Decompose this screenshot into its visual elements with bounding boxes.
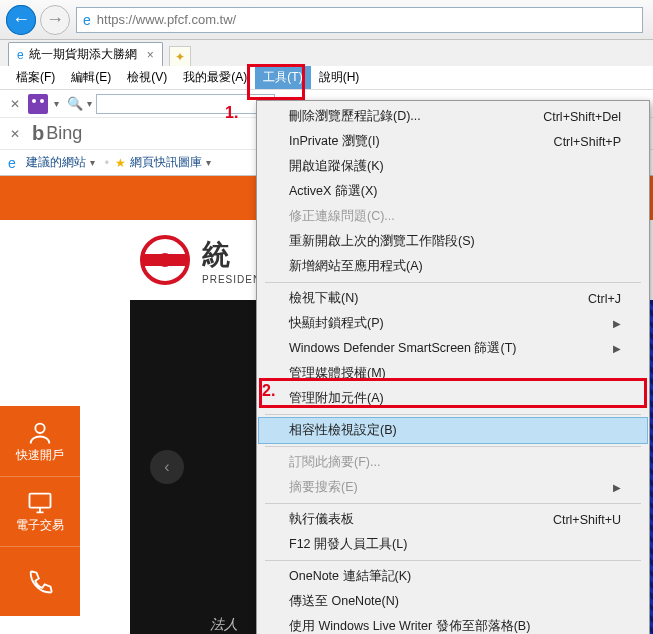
- tab-bar: e 統一期貨期添大勝網 × ✦: [0, 40, 653, 66]
- chevron-left-icon: ‹: [164, 458, 169, 476]
- annotation-1: 1.: [225, 104, 238, 122]
- dd-separator: [265, 414, 641, 415]
- assistant-dropdown-icon[interactable]: ▾: [54, 98, 59, 109]
- fav-link-gallery-label: 網頁快訊圖庫: [130, 154, 202, 171]
- menu-favorites[interactable]: 我的最愛(A): [175, 66, 255, 89]
- fav-link-suggested[interactable]: e 建議的網站 ▾: [8, 154, 99, 171]
- side-item-openacct[interactable]: 快速開戶: [0, 406, 80, 476]
- logo-text-small: PRESIDEN: [202, 274, 261, 285]
- dd-send-onenote[interactable]: 傳送至 OneNote(N): [259, 589, 647, 614]
- annotation-2: 2.: [262, 382, 275, 400]
- side-item-etrade[interactable]: 電子交易: [0, 476, 80, 546]
- dd-label: 檢視下載(N): [289, 290, 358, 307]
- close-toolbar-button[interactable]: ✕: [8, 97, 22, 111]
- dd-media-license[interactable]: 管理媒體授權(M): [259, 361, 647, 386]
- svg-rect-1: [30, 494, 51, 508]
- submenu-arrow-icon: ▶: [613, 482, 621, 493]
- tab-close-button[interactable]: ×: [147, 48, 154, 62]
- hero-caption: 法人: [210, 616, 238, 634]
- dd-view-downloads[interactable]: 檢視下載(N) Ctrl+J: [259, 286, 647, 311]
- phone-icon: [26, 568, 54, 596]
- menu-edit[interactable]: 編輯(E): [63, 66, 119, 89]
- dd-label: 管理附加元件(A): [289, 390, 384, 407]
- menu-file[interactable]: 檔案(F): [8, 66, 63, 89]
- star-icon: ★: [115, 156, 126, 170]
- forward-button[interactable]: →: [40, 5, 70, 35]
- dd-tracking[interactable]: 開啟追蹤保護(K): [259, 154, 647, 179]
- url-text: https://www.pfcf.com.tw/: [97, 12, 236, 27]
- tab-title: 統一期貨期添大勝網: [29, 46, 137, 63]
- dd-label: 相容性檢視設定(B): [289, 422, 397, 439]
- dd-shortcut: Ctrl+Shift+Del: [543, 110, 621, 124]
- monitor-icon: [26, 489, 54, 517]
- dd-shortcut: Ctrl+Shift+U: [553, 513, 621, 527]
- arrow-left-icon: ←: [12, 9, 30, 30]
- dd-feed-discovery: 摘要搜索(E) ▶: [259, 475, 647, 500]
- side-item-phone[interactable]: [0, 546, 80, 616]
- dd-label: OneNote 連結筆記(K): [289, 568, 411, 585]
- side-item-label: 快速開戶: [16, 447, 64, 464]
- new-tab-button[interactable]: ✦: [169, 46, 191, 66]
- dd-compat-view[interactable]: 相容性檢視設定(B): [259, 418, 647, 443]
- submenu-arrow-icon: ▶: [613, 343, 621, 354]
- dd-add-site-app[interactable]: 新增網站至應用程式(A): [259, 254, 647, 279]
- dd-manage-addons[interactable]: 管理附加元件(A): [259, 386, 647, 411]
- dd-shortcut: Ctrl+Shift+P: [554, 135, 621, 149]
- dd-onenote-link[interactable]: OneNote 連結筆記(K): [259, 564, 647, 589]
- nav-bar: ← → e https://www.pfcf.com.tw/: [0, 0, 653, 40]
- dropdown-icon: ▾: [90, 157, 95, 168]
- dd-separator: [265, 560, 641, 561]
- submenu-arrow-icon: ▶: [613, 318, 621, 329]
- search-input[interactable]: [96, 94, 275, 114]
- dd-live-writer[interactable]: 使用 Windows Live Writer 發佈至部落格(B): [259, 614, 647, 634]
- dd-label: 摘要搜索(E): [289, 479, 358, 496]
- dd-subscribe-feed: 訂閱此摘要(F)...: [259, 450, 647, 475]
- browser-tab[interactable]: e 統一期貨期添大勝網 ×: [8, 42, 163, 66]
- dd-label: Windows Defender SmartScreen 篩選(T): [289, 340, 516, 357]
- arrow-right-icon: →: [46, 9, 64, 30]
- dd-f12-devtools[interactable]: F12 開發人員工具(L): [259, 532, 647, 557]
- dd-label: 傳送至 OneNote(N): [289, 593, 399, 610]
- dd-performance[interactable]: 執行儀表板 Ctrl+Shift+U: [259, 507, 647, 532]
- dd-reopen-session[interactable]: 重新開啟上次的瀏覽工作階段(S): [259, 229, 647, 254]
- dd-label: 快顯封鎖程式(P): [289, 315, 384, 332]
- search-dropdown-icon[interactable]: ▾: [87, 98, 92, 109]
- dd-label: ActiveX 篩選(X): [289, 183, 378, 200]
- dd-popup-blocker[interactable]: 快顯封鎖程式(P) ▶: [259, 311, 647, 336]
- carousel-prev-button[interactable]: ‹: [150, 450, 184, 484]
- dd-inprivate[interactable]: InPrivate 瀏覽(I) Ctrl+Shift+P: [259, 129, 647, 154]
- assistant-icon[interactable]: [28, 94, 48, 114]
- dd-delete-history[interactable]: 刪除瀏覽歷程記錄(D)... Ctrl+Shift+Del: [259, 104, 647, 129]
- close-bing-button[interactable]: ✕: [8, 127, 22, 141]
- bing-logo-b: b: [32, 122, 44, 145]
- dd-label: F12 開發人員工具(L): [289, 536, 407, 553]
- bing-logo-text: Bing: [46, 123, 82, 144]
- logo-text-big: 統: [202, 236, 261, 274]
- dd-label: 修正連線問題(C)...: [289, 208, 395, 225]
- dd-separator: [265, 282, 641, 283]
- dd-label: 使用 Windows Live Writer 發佈至部落格(B): [289, 618, 530, 634]
- dd-fix-connection: 修正連線問題(C)...: [259, 204, 647, 229]
- menu-view[interactable]: 檢視(V): [119, 66, 175, 89]
- new-tab-icon: ✦: [175, 50, 185, 64]
- dd-label: 新增網站至應用程式(A): [289, 258, 423, 275]
- logo-icon: [140, 235, 190, 285]
- dd-activex[interactable]: ActiveX 篩選(X): [259, 179, 647, 204]
- address-bar[interactable]: e https://www.pfcf.com.tw/: [76, 7, 643, 33]
- menu-help[interactable]: 說明(H): [311, 66, 368, 89]
- back-button[interactable]: ←: [6, 5, 36, 35]
- dd-label: 開啟追蹤保護(K): [289, 158, 384, 175]
- dd-label: 執行儀表板: [289, 511, 354, 528]
- dd-separator: [265, 446, 641, 447]
- fav-link-suggested-label: 建議的網站: [26, 154, 86, 171]
- side-nav: 快速開戶 電子交易: [0, 406, 80, 616]
- dd-label: 重新開啟上次的瀏覽工作階段(S): [289, 233, 475, 250]
- dd-smartscreen[interactable]: Windows Defender SmartScreen 篩選(T) ▶: [259, 336, 647, 361]
- ie-icon: e: [83, 12, 91, 28]
- tools-dropdown: 刪除瀏覽歷程記錄(D)... Ctrl+Shift+Del InPrivate …: [256, 100, 650, 634]
- fav-link-gallery[interactable]: ★ 網頁快訊圖庫 ▾: [115, 154, 215, 171]
- dd-label: 刪除瀏覽歷程記錄(D)...: [289, 108, 421, 125]
- user-icon: [26, 419, 54, 447]
- menu-tools[interactable]: 工具(T): [255, 66, 310, 89]
- search-icon: 🔍: [67, 96, 83, 111]
